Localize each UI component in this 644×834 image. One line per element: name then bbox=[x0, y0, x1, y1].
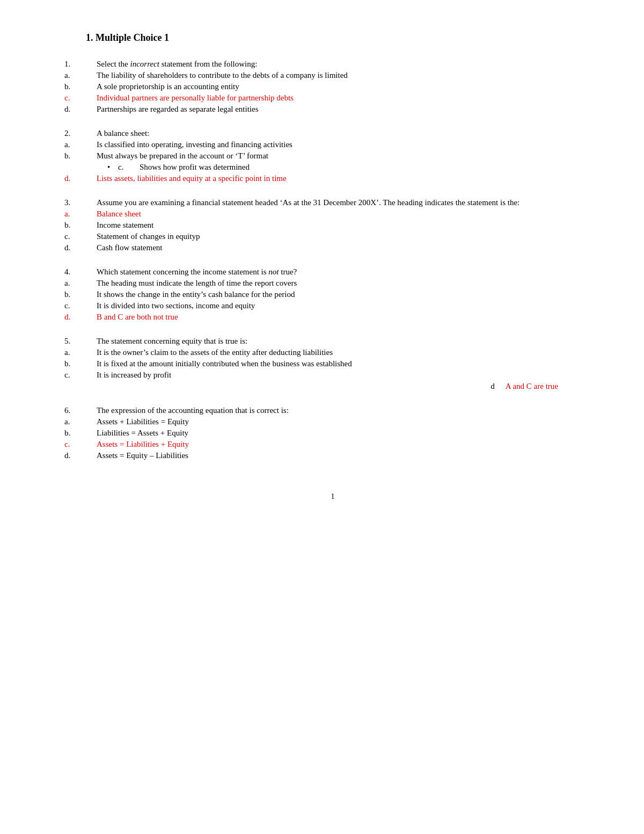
q1-c-label: c. bbox=[64, 93, 97, 103]
q5-d-answer: A and C are true bbox=[506, 382, 558, 391]
q6-a-text: Assets + Liabilities = Equity bbox=[97, 417, 601, 426]
q6-text: The expression of the accounting equatio… bbox=[97, 406, 601, 415]
q2-number: 2. bbox=[64, 129, 97, 138]
question-2: 2. A balance sheet: a. Is classified int… bbox=[64, 129, 601, 183]
q2-c-label: c. bbox=[118, 163, 140, 172]
question-1: 1. Select the incorrect statement from t… bbox=[64, 60, 601, 114]
q3-text: Assume you are examining a financial sta… bbox=[97, 198, 601, 207]
questions-container: 1. Select the incorrect statement from t… bbox=[64, 60, 601, 460]
q3-c-label: c. bbox=[64, 232, 97, 241]
q4-d-label: d. bbox=[64, 313, 97, 322]
q3-a-text: Balance sheet bbox=[97, 209, 601, 219]
question-5: 5. The statement concerning equity that … bbox=[64, 337, 601, 391]
q1-b-text: A sole proprietorship is an accounting e… bbox=[97, 82, 601, 91]
q1-b-label: b. bbox=[64, 82, 97, 91]
q4-d-text: B and C are both not true bbox=[97, 313, 601, 322]
q5-text: The statement concerning equity that is … bbox=[97, 337, 601, 346]
q2-text: A balance sheet: bbox=[97, 129, 601, 138]
question-3: 3. Assume you are examining a financial … bbox=[64, 198, 601, 252]
q5-number: 5. bbox=[64, 337, 97, 346]
q4-c-label: c. bbox=[64, 301, 97, 310]
q6-b-text: Liabilities = Assets + Equity bbox=[97, 429, 601, 438]
q4-b-label: b. bbox=[64, 290, 97, 299]
q5-c-label: c. bbox=[64, 371, 97, 380]
q5-a-label: a. bbox=[64, 348, 97, 357]
q3-b-label: b. bbox=[64, 221, 97, 230]
q4-number: 4. bbox=[64, 267, 97, 277]
q4-a-label: a. bbox=[64, 279, 97, 288]
q4-a-text: The heading must indicate the length of … bbox=[97, 279, 601, 288]
q3-d-label: d. bbox=[64, 243, 97, 252]
q2-a-label: a. bbox=[64, 140, 97, 149]
q6-b-label: b. bbox=[64, 429, 97, 438]
q3-c-text: Statement of changes in equityp bbox=[97, 232, 601, 241]
q6-c-label: c. bbox=[64, 440, 97, 449]
q6-a-label: a. bbox=[64, 417, 97, 426]
q2-d-text: Lists assets, liabilities and equity at … bbox=[97, 174, 601, 183]
page-title: 1. Multiple Choice 1 bbox=[86, 32, 601, 43]
q5-d-label: d bbox=[491, 382, 495, 391]
page-number: 1 bbox=[64, 492, 601, 501]
q1-a-label: a. bbox=[64, 71, 97, 80]
q6-c-text: Assets = Liabilities + Equity bbox=[97, 440, 601, 449]
q1-a-text: The liability of shareholders to contrib… bbox=[97, 71, 601, 80]
q6-d-text: Assets = Equity – Liabilities bbox=[97, 451, 601, 460]
q3-a-label: a. bbox=[64, 209, 97, 219]
q1-d-text: Partnerships are regarded as separate le… bbox=[97, 105, 601, 114]
q3-d-text: Cash flow statement bbox=[97, 243, 601, 252]
q1-d-label: d. bbox=[64, 105, 97, 114]
q1-c-text: Individual partners are personally liabl… bbox=[97, 93, 601, 103]
q4-text: Which statement concerning the income st… bbox=[97, 267, 601, 277]
q5-a-text: It is the owner’s claim to the assets of… bbox=[97, 348, 601, 357]
q6-number: 6. bbox=[64, 406, 97, 415]
q4-c-text: It is divided into two sections, income … bbox=[97, 301, 601, 310]
q5-c-text: It is increased by profit bbox=[97, 371, 601, 380]
q1-text: Select the incorrect statement from the … bbox=[97, 60, 601, 69]
bullet-symbol: • bbox=[107, 163, 118, 172]
question-6: 6. The expression of the accounting equa… bbox=[64, 406, 601, 460]
q5-b-text: It is fixed at the amount initially cont… bbox=[97, 359, 601, 368]
q1-number: 1. bbox=[64, 60, 97, 69]
q3-number: 3. bbox=[64, 198, 97, 207]
question-4: 4. Which statement concerning the income… bbox=[64, 267, 601, 322]
q2-d-label: d. bbox=[64, 174, 97, 183]
q2-c-text: Shows how profit was determined bbox=[140, 163, 250, 172]
q2-b-label: b. bbox=[64, 151, 97, 161]
q4-b-text: It shows the change in the entity’s cash… bbox=[97, 290, 601, 299]
q2-a-text: Is classified into operating, investing … bbox=[97, 140, 601, 149]
q6-d-label: d. bbox=[64, 451, 97, 460]
q5-b-label: b. bbox=[64, 359, 97, 368]
q3-b-text: Income statement bbox=[97, 221, 601, 230]
q2-b-text: Must always be prepared in the account o… bbox=[97, 151, 601, 161]
